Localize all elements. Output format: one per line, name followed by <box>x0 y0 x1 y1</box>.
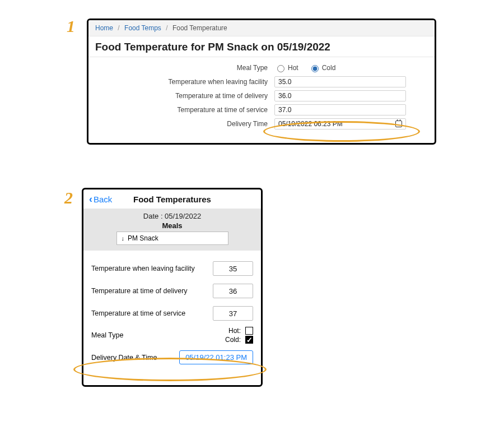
date-label: Date : 05/19/2022 <box>83 212 261 220</box>
m-input-temp-service[interactable]: 37 <box>213 306 253 321</box>
breadcrumb-home[interactable]: Home <box>95 24 113 32</box>
breadcrumb-sep: / <box>166 24 167 32</box>
mobile-subheader: Date : 05/19/2022 Meals ↓ PM Snack <box>83 209 261 251</box>
checkbox-hot[interactable] <box>245 327 253 335</box>
arrow-down-icon: ↓ <box>122 235 125 242</box>
breadcrumb: Home / Food Temps / Food Temperature <box>88 20 435 36</box>
breadcrumb-current: Food Temperature <box>172 24 227 32</box>
mobile-header: ‹ Back Food Temperatures <box>83 189 261 209</box>
mobile-panel: ‹ Back Food Temperatures Date : 05/19/20… <box>82 188 263 387</box>
radio-hot-input[interactable] <box>277 65 284 72</box>
radio-cold-label: Cold <box>322 64 336 72</box>
input-temp-service[interactable] <box>274 104 406 115</box>
form: Meal Type Hot Cold Temperature when leav… <box>88 57 435 131</box>
m-input-temp-leaving[interactable]: 35 <box>213 261 253 276</box>
label-temp-service: Temperature at time of service <box>88 106 274 114</box>
label-temp-leaving: Temperature when leaving facility <box>88 78 274 86</box>
m-label-temp-leaving: Temperature when leaving facility <box>91 265 195 272</box>
m-label-meal-type: Meal Type <box>91 331 123 339</box>
breadcrumb-sep: / <box>118 24 119 32</box>
back-label: Back <box>94 195 112 204</box>
radio-hot-label: Hot <box>288 64 298 72</box>
input-delivery-time[interactable]: 05/19/2022 06:23 PM <box>274 118 406 129</box>
label-meal-type: Meal Type <box>88 64 274 72</box>
delivery-time-value: 05/19/2022 06:23 PM <box>278 120 343 128</box>
page-title: Food Temperature for PM Snack on 05/19/2… <box>88 36 435 57</box>
calendar-icon[interactable] <box>395 121 402 127</box>
checkbox-cold[interactable] <box>245 336 253 344</box>
annotation-1: 1 <box>67 17 75 36</box>
breadcrumb-foodtemps[interactable]: Food Temps <box>124 24 161 32</box>
input-temp-delivery[interactable] <box>274 90 406 101</box>
annotation-2: 2 <box>64 188 73 207</box>
meal-type-checks: Hot: Cold: <box>225 327 253 344</box>
m-input-delivery[interactable]: 05/19/22 01:23 PM <box>179 350 253 364</box>
cold-label: Cold: <box>225 336 241 344</box>
back-button[interactable]: ‹ Back <box>89 194 112 204</box>
mobile-form: Temperature when leaving facility 35 Tem… <box>83 251 261 364</box>
m-input-temp-delivery[interactable]: 36 <box>213 284 253 298</box>
meal-select[interactable]: ↓ PM Snack <box>116 232 228 245</box>
meal-select-value: PM Snack <box>128 234 158 242</box>
hot-label: Hot: <box>228 327 241 335</box>
chevron-left-icon: ‹ <box>89 194 92 204</box>
radio-cold[interactable]: Cold <box>309 63 336 72</box>
label-temp-delivery: Temperature at time of delivery <box>88 92 274 100</box>
m-label-temp-service: Temperature at time of service <box>91 309 185 317</box>
desktop-panel: Home / Food Temps / Food Temperature Foo… <box>87 18 436 145</box>
radio-hot[interactable]: Hot <box>274 63 298 72</box>
radio-cold-input[interactable] <box>311 65 319 72</box>
meals-heading: Meals <box>83 221 261 230</box>
input-temp-leaving[interactable] <box>274 76 406 87</box>
m-label-delivery: Delivery Date & Time <box>91 354 157 362</box>
label-delivery-time: Delivery Time <box>88 120 274 128</box>
m-label-temp-delivery: Temperature at time of delivery <box>91 287 188 295</box>
